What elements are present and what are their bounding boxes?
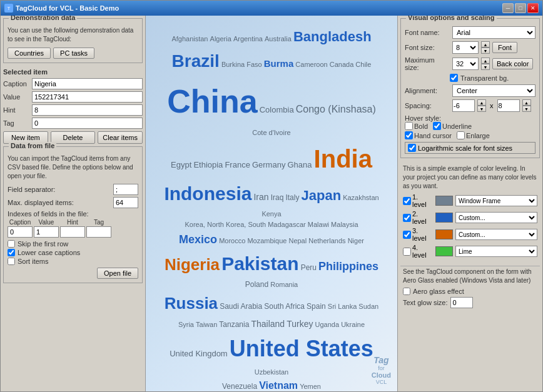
tag-tanzania[interactable]: Tanzania [219, 320, 249, 329]
tag-china[interactable]: China [167, 83, 257, 119]
tag-turkey[interactable]: Turkey [287, 319, 313, 329]
tag-venezuela[interactable]: Venezuela [222, 382, 257, 391]
transparent-checkbox[interactable] [450, 74, 458, 82]
font-size-up[interactable]: ▲ [481, 41, 490, 48]
font-size-select[interactable]: 8 [452, 41, 479, 54]
spacing-y-up[interactable]: ▲ [522, 99, 531, 106]
tag-iraq[interactable]: Iraq [271, 193, 284, 202]
level2-select[interactable]: Custom... [455, 212, 537, 223]
field-sep-input[interactable] [113, 184, 138, 195]
minimize-button[interactable]: ─ [502, 3, 514, 13]
hover-bold-checkbox[interactable] [405, 122, 413, 130]
hover-hand-checkbox[interactable] [405, 131, 413, 139]
tag-netherlands[interactable]: Netherlands [308, 237, 345, 244]
font-button[interactable]: Font [492, 42, 517, 53]
close-button[interactable]: ✕ [527, 3, 539, 13]
tag-bangladesh[interactable]: Bangladesh [293, 29, 372, 44]
value-input[interactable] [32, 91, 143, 103]
tag-romania[interactable]: Romania [270, 281, 298, 288]
tag-burkina[interactable]: Burkina Faso [221, 61, 262, 68]
tag-ukraine[interactable]: Ukraine [341, 321, 365, 328]
level3-select[interactable]: Custom... [455, 229, 537, 240]
glow-input[interactable] [450, 297, 473, 308]
spacing-y-down[interactable]: ▼ [522, 106, 531, 112]
sort-items-checkbox[interactable] [8, 258, 15, 265]
tag-japan[interactable]: Japan [301, 188, 341, 203]
tag-madagascar[interactable]: Madagascar [268, 221, 306, 228]
tag-burma[interactable]: Burma [264, 58, 294, 69]
tag-cameroon[interactable]: Cameroon [295, 61, 327, 68]
tag-ethiopia[interactable]: Ethiopia [193, 160, 223, 169]
tag-italy[interactable]: Italy [285, 193, 299, 202]
level4-checkbox[interactable] [403, 248, 411, 256]
max-size-up[interactable]: ▲ [481, 58, 490, 64]
tag-mexico[interactable]: Mexico [179, 233, 217, 246]
tag-us[interactable]: United States [230, 336, 373, 361]
tag-input[interactable] [32, 118, 143, 129]
hint-input[interactable] [32, 104, 143, 116]
tag-malaysia[interactable]: Malaysia [331, 221, 358, 228]
tag-spain[interactable]: Spain [307, 302, 326, 311]
tag-cote[interactable]: Cote d'Ivoire [252, 129, 290, 136]
tag-sudan[interactable]: Sudan [358, 303, 378, 310]
tag-niger[interactable]: Niger [348, 237, 364, 244]
max-size-down[interactable]: ▼ [481, 64, 490, 70]
maximize-button[interactable]: □ [515, 3, 526, 13]
back-color-button[interactable]: Back color [492, 58, 533, 69]
font-name-select[interactable]: Arial [452, 26, 535, 39]
log-scale-option[interactable]: Logarithmic scale for font sizes [405, 142, 535, 154]
tag-uzbekistan[interactable]: Uzbekistan [255, 368, 288, 376]
countries-button[interactable]: Countries [8, 48, 51, 59]
tag-france[interactable]: France [225, 160, 250, 169]
tag-uganda[interactable]: Uganda [315, 321, 340, 328]
pctasks-button[interactable]: PC tasks [53, 48, 94, 59]
skip-first-checkbox[interactable] [8, 240, 15, 248]
tag-uk[interactable]: United Kingdom [170, 349, 228, 358]
tag-malawi[interactable]: Malawi [308, 221, 329, 228]
tag-ghana[interactable]: Ghana [287, 160, 312, 169]
tag-iran[interactable]: Iran [253, 192, 268, 202]
delete-button[interactable]: Delete [51, 131, 96, 144]
level2-checkbox[interactable] [403, 214, 411, 222]
idx-tag-input[interactable] [86, 226, 111, 238]
tag-philippines[interactable]: Philippines [318, 260, 378, 273]
tag-syria[interactable]: Syria [178, 321, 194, 328]
spacing-x-input[interactable] [452, 99, 475, 112]
caption-input[interactable] [32, 78, 143, 89]
hover-underline-checkbox[interactable] [433, 122, 441, 130]
tag-yemen[interactable]: Yemen [300, 383, 321, 390]
open-file-button[interactable]: Open file [97, 268, 138, 279]
spacing-x-down[interactable]: ▼ [477, 106, 486, 112]
tag-vietnam[interactable]: Vietnam [259, 380, 298, 391]
alignment-select[interactable]: Left Center Right [452, 84, 535, 97]
font-size-down[interactable]: ▼ [481, 48, 490, 54]
tag-saudi[interactable]: Saudi Arabia [220, 302, 262, 311]
tag-india[interactable]: India [314, 145, 372, 173]
tag-mozambique[interactable]: Mozambique [247, 237, 287, 244]
tag-russia[interactable]: Russia [165, 294, 218, 313]
tag-colombia[interactable]: Colombia [260, 105, 294, 114]
tag-morocco[interactable]: Morocco [219, 237, 245, 244]
tag-afghanistan[interactable]: Afghanistan [171, 35, 208, 43]
tag-poland[interactable]: Poland [245, 280, 268, 289]
tag-germany[interactable]: Germany [252, 160, 285, 169]
log-scale-checkbox[interactable] [408, 144, 416, 152]
tag-australia[interactable]: Australia [265, 35, 292, 43]
level1-select[interactable]: Window Frame Custom... [455, 195, 537, 206]
tag-argentina[interactable]: Argentina [233, 35, 263, 43]
level4-select[interactable]: Lime Custom... [455, 246, 537, 257]
idx-value-input[interactable] [34, 226, 59, 238]
spacing-y-input[interactable] [497, 99, 520, 112]
idx-caption-input[interactable] [8, 226, 33, 238]
tag-southafrica[interactable]: South Africa [264, 302, 305, 311]
tag-peru[interactable]: Peru [301, 263, 317, 272]
tag-thailand[interactable]: Thailand [251, 319, 285, 329]
tag-brazil[interactable]: Brazil [172, 51, 220, 71]
tag-nepal[interactable]: Nepal [288, 237, 307, 244]
tag-indonesia[interactable]: Indonesia [164, 183, 251, 204]
max-items-input[interactable] [113, 197, 138, 208]
tag-koreas[interactable]: Korea, South [226, 221, 266, 228]
level1-checkbox[interactable] [403, 197, 411, 205]
tag-nigeria[interactable]: Nigeria [165, 255, 220, 274]
tag-algeria[interactable]: Algeria [210, 35, 231, 43]
